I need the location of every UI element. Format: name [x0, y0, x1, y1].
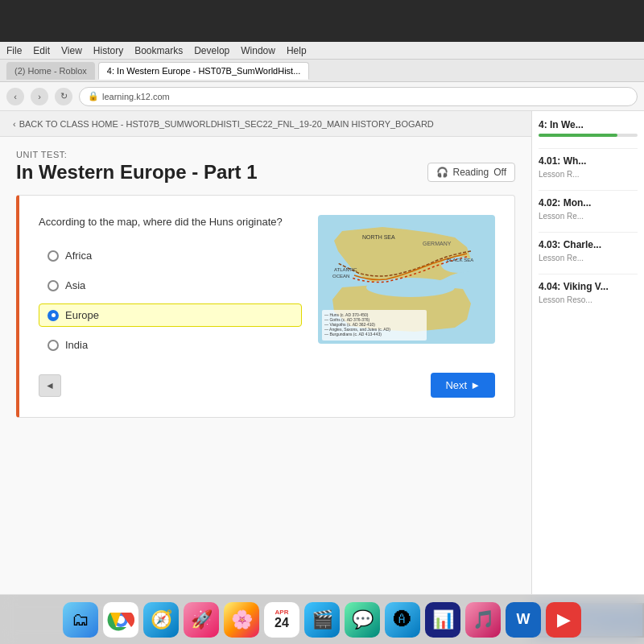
menu-window[interactable]: Window: [241, 45, 275, 56]
radio-africa: [47, 250, 59, 262]
options-list: Africa Asia Europe: [39, 244, 302, 357]
sidebar-item-403[interactable]: 4.03: Charle... Lesson Re...: [539, 239, 638, 262]
unit-test-label: UNIT TEST:: [0, 137, 531, 161]
question-left: According to the map, where did the Huns…: [39, 215, 302, 357]
dock-appstore[interactable]: 🅐: [385, 602, 420, 638]
sidebar-divider-1: [539, 148, 638, 149]
next-button[interactable]: Next ►: [431, 373, 495, 398]
sidebar-item-402[interactable]: 4.02: Mon... Lesson Re...: [539, 197, 638, 221]
sidebar-404-heading: 4.04: Viking V...: [539, 281, 638, 292]
menu-file[interactable]: File: [6, 45, 22, 56]
dock-finder[interactable]: 🗂: [63, 602, 98, 638]
menu-view[interactable]: View: [61, 45, 82, 56]
radio-europe: [47, 310, 59, 321]
tab-bar: (2) Home - Roblox 4: In Western Europe -…: [0, 60, 644, 82]
svg-text:ATLANTIC: ATLANTIC: [334, 267, 357, 272]
question-area: According to the map, where did the Huns…: [39, 215, 495, 357]
svg-text:— Burgundians (c. AD 413-443): — Burgundians (c. AD 413-443): [324, 332, 382, 336]
option-europe[interactable]: Europe: [39, 303, 302, 327]
question-text: According to the map, where did the Huns…: [39, 215, 302, 229]
dock-chrome[interactable]: [103, 602, 138, 638]
prev-icon: ◄: [45, 380, 55, 391]
radio-asia: [47, 280, 59, 291]
option-africa-label: Africa: [65, 250, 92, 262]
sidebar-401-heading: 4.01: Wh...: [539, 155, 638, 167]
radio-india: [47, 340, 59, 351]
sidebar-divider-4: [539, 274, 638, 275]
headphone-icon: 🎧: [436, 167, 448, 178]
sidebar-403-sub: Lesson Re...: [539, 254, 638, 262]
menu-history[interactable]: History: [93, 45, 123, 56]
browser-window: File Edit View History Bookmarks Develop…: [0, 42, 644, 644]
map-image: NORTH SEA ATLANTIC OCEAN BLACK SEA GERMA…: [318, 215, 495, 344]
dock-calendar[interactable]: APR 24: [264, 602, 299, 638]
sidebar-item-401[interactable]: 4.01: Wh... Lesson R...: [539, 155, 638, 179]
option-africa[interactable]: Africa: [39, 244, 302, 267]
option-europe-label: Europe: [65, 309, 99, 321]
sidebar-402-sub: Lesson Re...: [539, 212, 638, 221]
prev-button[interactable]: ◄: [39, 374, 61, 397]
menu-edit[interactable]: Edit: [33, 45, 50, 56]
option-asia[interactable]: Asia: [39, 274, 302, 297]
dock-calendar-month: APR: [275, 609, 289, 616]
sidebar-divider-2: [539, 190, 638, 191]
page-content: ‹ BACK TO CLASS HOME - HST07B_SUMWORLDHI…: [0, 111, 644, 644]
tab-roblox[interactable]: (2) Home - Roblox: [6, 62, 95, 80]
option-india-label: India: [65, 339, 88, 351]
dock-imovie[interactable]: 🎬: [304, 602, 340, 638]
menu-develop[interactable]: Develop: [194, 45, 229, 56]
page-title-row: In Western Europe - Part 1 🎧 Reading Off: [0, 161, 531, 195]
reading-button[interactable]: 🎧 Reading Off: [427, 163, 516, 182]
browser-menu-bar: File Edit View History Bookmarks Develop…: [0, 42, 644, 60]
option-asia-label: Asia: [65, 279, 85, 291]
dock-safari[interactable]: 🧭: [143, 602, 179, 638]
main-area: ‹ BACK TO CLASS HOME - HST07B_SUMWORLDHI…: [0, 111, 531, 644]
sidebar-item-404[interactable]: 4.04: Viking V... Lesson Reso...: [539, 281, 638, 304]
next-icon: ►: [470, 379, 481, 391]
dock-photos[interactable]: 🌸: [224, 602, 259, 638]
reading-label: Reading: [453, 167, 489, 178]
dock-launchpad[interactable]: 🚀: [184, 602, 219, 638]
dock-calendar-date: 24: [275, 616, 289, 630]
sidebar-main-heading: 4: In We...: [539, 119, 638, 130]
sidebar-progress-bar: [539, 134, 638, 137]
forward-button[interactable]: ›: [31, 88, 48, 105]
mac-dock: 🗂 🧭 🚀 🌸 APR 24 🎬 💬 🅐 📊 🎵 W ▶: [0, 594, 644, 644]
sidebar-404-sub: Lesson Reso...: [539, 295, 638, 304]
back-button[interactable]: ‹: [6, 88, 24, 105]
dock-messages[interactable]: 💬: [345, 602, 380, 638]
refresh-button[interactable]: ↻: [55, 88, 72, 105]
dock-youtube[interactable]: ▶: [546, 602, 581, 638]
svg-point-4: [366, 278, 455, 297]
address-bar[interactable]: 🔒 learning.k12.com: [79, 87, 638, 106]
svg-text:GERMANY: GERMANY: [423, 241, 452, 246]
next-label: Next: [445, 379, 467, 391]
quiz-card: According to the map, where did the Huns…: [16, 195, 515, 418]
dock-music[interactable]: 🎵: [465, 602, 501, 638]
page-title: In Western Europe - Part 1: [16, 161, 258, 184]
sidebar-divider-3: [539, 232, 638, 233]
menu-help[interactable]: Help: [287, 45, 307, 56]
sidebar-403-heading: 4.03: Charle...: [539, 239, 638, 250]
breadcrumb-arrow: ‹: [13, 119, 16, 129]
svg-text:OCEAN: OCEAN: [332, 274, 349, 279]
svg-text:BLACK SEA: BLACK SEA: [447, 258, 473, 262]
dock-keynote[interactable]: 📊: [425, 602, 460, 638]
sidebar-main-section: 4: In We...: [539, 119, 638, 137]
sidebar-progress-fill: [539, 134, 617, 137]
right-sidebar: 4: In We... 4.01: Wh... Lesson R... 4.02…: [531, 111, 644, 644]
nav-buttons-row: ◄ Next ►: [39, 373, 495, 398]
tab-learning[interactable]: 4: In Western Europe - HST07B_SumWorldHi…: [98, 62, 309, 80]
dock-word[interactable]: W: [506, 602, 541, 638]
mac-top-bar: [0, 0, 644, 42]
reading-status: Off: [493, 167, 506, 178]
sidebar-402-heading: 4.02: Mon...: [539, 197, 638, 208]
browser-toolbar: ‹ › ↻ 🔒 learning.k12.com: [0, 82, 644, 111]
option-india[interactable]: India: [39, 333, 302, 357]
breadcrumb-text: BACK TO CLASS HOME - HST07B_SUMWORLDHIST…: [19, 119, 434, 129]
breadcrumb: ‹ BACK TO CLASS HOME - HST07B_SUMWORLDHI…: [0, 111, 531, 137]
menu-bookmarks[interactable]: Bookmarks: [134, 45, 183, 56]
svg-text:NORTH SEA: NORTH SEA: [362, 234, 395, 240]
sidebar-401-sub: Lesson R...: [539, 170, 638, 179]
